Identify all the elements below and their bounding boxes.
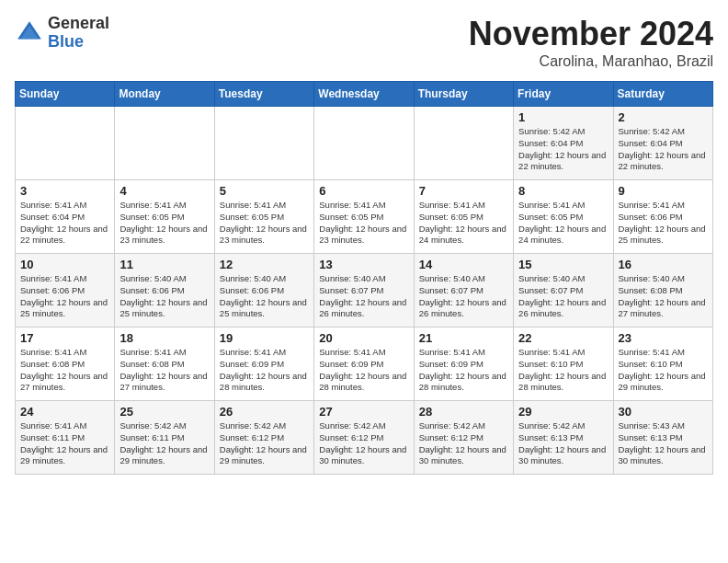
calendar-day-cell: 24Sunrise: 5:41 AM Sunset: 6:11 PM Dayli… [16,401,115,475]
day-info: Sunrise: 5:41 AM Sunset: 6:11 PM Dayligh… [20,420,109,467]
day-info: Sunrise: 5:42 AM Sunset: 6:12 PM Dayligh… [220,420,309,467]
day-info: Sunrise: 5:41 AM Sunset: 6:05 PM Dayligh… [518,200,608,247]
day-number: 28 [419,405,508,419]
day-number: 29 [518,405,608,419]
calendar-day-cell [16,107,115,180]
calendar-day-cell: 1Sunrise: 5:42 AM Sunset: 6:04 PM Daylig… [514,107,613,180]
day-info: Sunrise: 5:42 AM Sunset: 6:11 PM Dayligh… [119,420,209,467]
day-info: Sunrise: 5:41 AM Sunset: 6:05 PM Dayligh… [319,200,408,247]
calendar-day-cell: 4Sunrise: 5:41 AM Sunset: 6:05 PM Daylig… [115,180,214,254]
day-info: Sunrise: 5:41 AM Sunset: 6:06 PM Dayligh… [20,273,109,320]
calendar-day-cell: 7Sunrise: 5:41 AM Sunset: 6:05 PM Daylig… [414,180,513,254]
calendar-day-cell: 14Sunrise: 5:40 AM Sunset: 6:07 PM Dayli… [414,254,513,327]
calendar-day-cell: 30Sunrise: 5:43 AM Sunset: 6:13 PM Dayli… [613,401,712,475]
calendar-week-row: 24Sunrise: 5:41 AM Sunset: 6:11 PM Dayli… [16,401,713,475]
day-info: Sunrise: 5:41 AM Sunset: 6:04 PM Dayligh… [20,200,109,247]
day-number: 1 [518,110,608,124]
day-number: 21 [419,331,508,345]
day-info: Sunrise: 5:41 AM Sunset: 6:10 PM Dayligh… [518,347,608,394]
day-info: Sunrise: 5:40 AM Sunset: 6:06 PM Dayligh… [220,273,309,320]
day-number: 27 [319,405,408,419]
calendar-day-cell: 12Sunrise: 5:40 AM Sunset: 6:06 PM Dayli… [214,254,313,327]
day-number: 13 [319,258,408,271]
day-number: 4 [119,184,209,198]
day-info: Sunrise: 5:43 AM Sunset: 6:13 PM Dayligh… [619,420,708,467]
day-info: Sunrise: 5:41 AM Sunset: 6:09 PM Dayligh… [419,347,508,394]
day-info: Sunrise: 5:41 AM Sunset: 6:05 PM Dayligh… [419,200,508,247]
day-info: Sunrise: 5:41 AM Sunset: 6:08 PM Dayligh… [20,347,109,394]
calendar-day-cell: 10Sunrise: 5:41 AM Sunset: 6:06 PM Dayli… [16,254,115,327]
day-info: Sunrise: 5:42 AM Sunset: 6:04 PM Dayligh… [619,126,708,173]
day-number: 23 [619,331,708,345]
calendar-week-row: 10Sunrise: 5:41 AM Sunset: 6:06 PM Dayli… [16,254,713,327]
weekday-header: Wednesday [314,82,414,107]
day-info: Sunrise: 5:41 AM Sunset: 6:05 PM Dayligh… [119,200,209,247]
calendar-day-cell: 18Sunrise: 5:41 AM Sunset: 6:08 PM Dayli… [115,327,214,401]
calendar-day-cell [214,107,313,180]
day-number: 20 [319,331,408,345]
day-number: 22 [518,331,608,345]
calendar-day-cell: 26Sunrise: 5:42 AM Sunset: 6:12 PM Dayli… [214,401,313,475]
day-number: 26 [220,405,309,419]
location: Carolina, Maranhao, Brazil [469,53,713,70]
logo-icon [15,18,44,48]
day-number: 25 [119,405,209,419]
day-number: 11 [119,258,209,271]
day-number: 14 [419,258,508,271]
day-number: 7 [419,184,508,198]
day-info: Sunrise: 5:40 AM Sunset: 6:07 PM Dayligh… [319,273,408,320]
day-info: Sunrise: 5:41 AM Sunset: 6:08 PM Dayligh… [119,347,209,394]
day-number: 30 [619,405,708,419]
day-number: 12 [220,258,309,271]
page-header: General Blue November 2024 Carolina, Mar… [15,15,713,70]
calendar-day-cell [115,107,214,180]
day-number: 2 [619,110,708,124]
day-info: Sunrise: 5:40 AM Sunset: 6:07 PM Dayligh… [419,273,508,320]
day-number: 5 [220,184,309,198]
weekday-header: Sunday [16,82,115,107]
day-info: Sunrise: 5:40 AM Sunset: 6:06 PM Dayligh… [119,273,209,320]
calendar-week-row: 3Sunrise: 5:41 AM Sunset: 6:04 PM Daylig… [16,180,713,254]
logo: General Blue [15,15,109,52]
day-info: Sunrise: 5:42 AM Sunset: 6:13 PM Dayligh… [518,420,608,467]
day-info: Sunrise: 5:41 AM Sunset: 6:10 PM Dayligh… [619,347,708,394]
weekday-header: Tuesday [214,82,313,107]
calendar-day-cell: 2Sunrise: 5:42 AM Sunset: 6:04 PM Daylig… [613,107,712,180]
calendar-day-cell: 15Sunrise: 5:40 AM Sunset: 6:07 PM Dayli… [514,254,613,327]
calendar-day-cell: 19Sunrise: 5:41 AM Sunset: 6:09 PM Dayli… [214,327,313,401]
logo-text: General Blue [48,15,109,52]
calendar-day-cell: 8Sunrise: 5:41 AM Sunset: 6:05 PM Daylig… [514,180,613,254]
calendar-day-cell [314,107,414,180]
day-number: 6 [319,184,408,198]
day-info: Sunrise: 5:41 AM Sunset: 6:09 PM Dayligh… [220,347,309,394]
day-info: Sunrise: 5:42 AM Sunset: 6:04 PM Dayligh… [518,126,608,173]
day-number: 17 [20,331,109,345]
day-info: Sunrise: 5:40 AM Sunset: 6:08 PM Dayligh… [619,273,708,320]
calendar-header-row: SundayMondayTuesdayWednesdayThursdayFrid… [16,82,713,107]
day-number: 19 [220,331,309,345]
calendar-day-cell: 17Sunrise: 5:41 AM Sunset: 6:08 PM Dayli… [16,327,115,401]
day-info: Sunrise: 5:42 AM Sunset: 6:12 PM Dayligh… [419,420,508,467]
day-info: Sunrise: 5:42 AM Sunset: 6:12 PM Dayligh… [319,420,408,467]
calendar-day-cell: 25Sunrise: 5:42 AM Sunset: 6:11 PM Dayli… [115,401,214,475]
day-number: 3 [20,184,109,198]
calendar-week-row: 1Sunrise: 5:42 AM Sunset: 6:04 PM Daylig… [16,107,713,180]
day-number: 24 [20,405,109,419]
calendar-day-cell: 13Sunrise: 5:40 AM Sunset: 6:07 PM Dayli… [314,254,414,327]
calendar-day-cell: 9Sunrise: 5:41 AM Sunset: 6:06 PM Daylig… [613,180,712,254]
weekday-header: Monday [115,82,214,107]
day-info: Sunrise: 5:41 AM Sunset: 6:06 PM Dayligh… [619,200,708,247]
calendar-day-cell [414,107,513,180]
day-number: 15 [518,258,608,271]
calendar-body: 1Sunrise: 5:42 AM Sunset: 6:04 PM Daylig… [16,107,713,475]
calendar-week-row: 17Sunrise: 5:41 AM Sunset: 6:08 PM Dayli… [16,327,713,401]
day-number: 8 [518,184,608,198]
day-info: Sunrise: 5:41 AM Sunset: 6:09 PM Dayligh… [319,347,408,394]
calendar-table: SundayMondayTuesdayWednesdayThursdayFrid… [15,81,713,475]
calendar-day-cell: 22Sunrise: 5:41 AM Sunset: 6:10 PM Dayli… [514,327,613,401]
title-block: November 2024 Carolina, Maranhao, Brazil [469,15,713,70]
calendar-day-cell: 27Sunrise: 5:42 AM Sunset: 6:12 PM Dayli… [314,401,414,475]
calendar-day-cell: 3Sunrise: 5:41 AM Sunset: 6:04 PM Daylig… [16,180,115,254]
day-info: Sunrise: 5:41 AM Sunset: 6:05 PM Dayligh… [220,200,309,247]
day-info: Sunrise: 5:40 AM Sunset: 6:07 PM Dayligh… [518,273,608,320]
